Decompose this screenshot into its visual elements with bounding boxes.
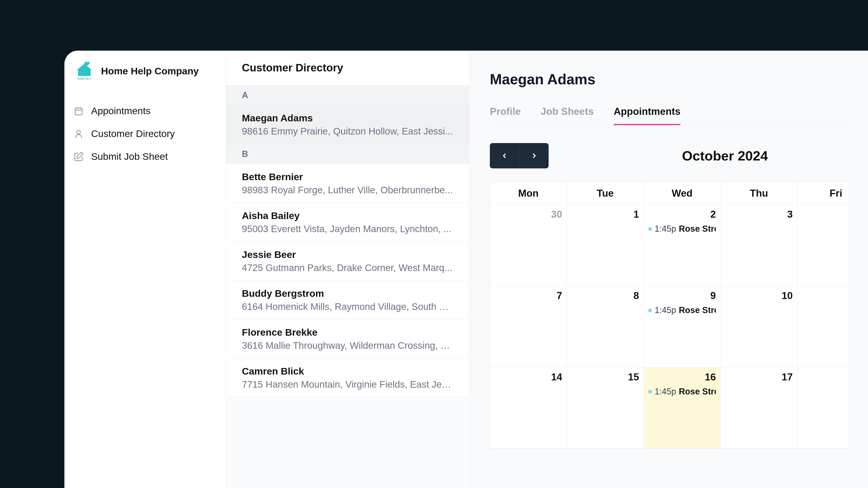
- customer-address: 7715 Hansen Mountain, Virginie Fields, E…: [242, 379, 454, 390]
- event-title: Rose Stro: [679, 387, 716, 396]
- calendar-day-cell[interactable]: 7: [490, 286, 567, 367]
- day-number: 15: [571, 371, 639, 383]
- logo-row: HOME HELP Home Help Company: [73, 60, 217, 82]
- customer-row[interactable]: Maegan Adams98616 Emmy Prairie, Quitzon …: [226, 105, 469, 144]
- day-number: 9: [648, 290, 716, 301]
- day-number: 14: [495, 371, 562, 383]
- calendar-day-cell[interactable]: 1: [567, 205, 644, 286]
- event-title: Rose Stro: [679, 305, 716, 315]
- weekday-label: Tue: [567, 182, 644, 204]
- calendar-header: October 2024: [490, 143, 849, 169]
- weekday-label: Mon: [490, 182, 567, 204]
- weekday-label: Fri: [798, 182, 849, 204]
- svg-point-2: [77, 130, 80, 133]
- company-name: Home Help Company: [101, 65, 199, 77]
- calendar-event[interactable]: 1:45pRose Stro: [648, 224, 716, 234]
- event-dot-icon: [648, 390, 652, 394]
- customer-row[interactable]: Bette Bernier98983 Royal Forge, Luther V…: [226, 164, 469, 203]
- calendar-event[interactable]: 1:45pRose Stro: [648, 305, 716, 315]
- weekday-label: Wed: [644, 182, 721, 204]
- event-time: 1:45p: [655, 305, 676, 315]
- customer-address: 98983 Royal Forge, Luther Ville, Oberbru…: [242, 185, 454, 195]
- tab-jobsheets[interactable]: Job Sheets: [541, 106, 594, 125]
- customer-row[interactable]: Aisha Bailey95003 Everett Vista, Jayden …: [226, 203, 469, 242]
- calendar-day-cell[interactable]: 8: [567, 286, 644, 367]
- calendar-icon: [73, 106, 84, 116]
- detail-panel: Maegan Adams Profile Job Sheets Appointm…: [469, 51, 868, 488]
- tab-appointments[interactable]: Appointments: [614, 106, 681, 125]
- tabs: Profile Job Sheets Appointments: [490, 106, 849, 125]
- chevron-right-icon: [530, 152, 538, 160]
- nav-item-appointments[interactable]: Appointments: [73, 99, 217, 122]
- customer-detail-title: Maegan Adams: [490, 71, 849, 88]
- customer-name: Buddy Bergstrom: [242, 288, 454, 299]
- day-number: 2: [648, 209, 716, 220]
- customer-name: Aisha Bailey: [242, 210, 454, 221]
- customer-row[interactable]: Camren Blick7715 Hansen Mountain, Virgin…: [226, 359, 469, 397]
- svg-text:HOME HELP: HOME HELP: [77, 77, 92, 80]
- customer-row[interactable]: Jessie Beer4725 Gutmann Parks, Drake Cor…: [226, 242, 469, 281]
- calendar-day-cell[interactable]: 15: [567, 367, 644, 449]
- event-time: 1:45p: [655, 224, 676, 234]
- chevron-left-icon: [500, 152, 508, 160]
- customer-address: 98616 Emmy Prairie, Quitzon Hollow, East…: [242, 126, 454, 137]
- nav-label: Appointments: [91, 105, 151, 116]
- day-number: 1: [571, 209, 639, 220]
- svg-rect-1: [75, 108, 82, 115]
- calendar-day-cell[interactable]: 30: [490, 205, 567, 286]
- customer-name: Maegan Adams: [242, 113, 454, 124]
- customer-address: 6164 Homenick Mills, Raymond Village, So…: [242, 301, 454, 312]
- customer-address: 95003 Everett Vista, Jayden Manors, Lync…: [242, 223, 454, 234]
- calendar-day-cell[interactable]: 21:45pRose Stro: [644, 205, 721, 286]
- nav-label: Customer Directory: [91, 128, 175, 139]
- weekday-label: Thu: [721, 182, 798, 204]
- customer-row[interactable]: Buddy Bergstrom6164 Homenick Mills, Raym…: [226, 281, 469, 319]
- day-number: 10: [725, 290, 793, 301]
- calendar-grid: MonTueWedThuFri 30121:45pRose Stro37891:…: [490, 182, 849, 449]
- customer-name: Camren Blick: [242, 366, 454, 377]
- calendar-day-cell[interactable]: 17: [721, 367, 798, 449]
- customer-address: 4725 Gutmann Parks, Drake Corner, West M…: [242, 263, 454, 273]
- user-icon: [73, 129, 84, 139]
- event-dot-icon: [648, 227, 652, 231]
- day-number: 7: [495, 290, 562, 301]
- calendar-day-cell[interactable]: 3: [721, 205, 798, 286]
- calendar-week-row: 30121:45pRose Stro3: [490, 205, 848, 286]
- calendar-event[interactable]: 1:45pRose Stro: [648, 387, 716, 396]
- day-number: 3: [725, 209, 793, 220]
- letter-header: A: [226, 86, 469, 105]
- customer-name: Bette Bernier: [242, 171, 454, 182]
- nav-label: Submit Job Sheet: [91, 151, 168, 162]
- day-number: 16: [648, 371, 716, 383]
- customer-name: Jessie Beer: [242, 249, 454, 260]
- calendar-day-cell[interactable]: 91:45pRose Stro: [644, 286, 721, 367]
- customer-row[interactable]: Florence Brekke3616 Mallie Throughway, W…: [226, 319, 469, 359]
- nav-list: Appointments Customer Directory Submit J…: [73, 99, 217, 168]
- calendar-week-row: 1415161:45pRose Stro17: [490, 367, 848, 449]
- calendar-day-cell[interactable]: [798, 367, 849, 449]
- directory-list: AMaegan Adams98616 Emmy Prairie, Quitzon…: [226, 86, 469, 397]
- calendar-day-cell[interactable]: 14: [490, 367, 567, 449]
- tab-profile[interactable]: Profile: [490, 106, 521, 125]
- customer-name: Florence Brekke: [242, 327, 454, 338]
- calendar-day-cell[interactable]: [798, 286, 849, 367]
- app-frame: HOME HELP Home Help Company Appointments…: [64, 51, 868, 488]
- calendar-nav-buttons: [490, 143, 549, 169]
- event-time: 1:45p: [655, 387, 676, 396]
- event-dot-icon: [648, 308, 652, 312]
- nav-item-submit[interactable]: Submit Job Sheet: [73, 145, 217, 168]
- calendar-week-row: 7891:45pRose Stro10: [490, 286, 848, 367]
- directory-title: Customer Directory: [226, 51, 469, 86]
- month-title: October 2024: [682, 148, 768, 164]
- calendar-day-cell[interactable]: 10: [721, 286, 798, 367]
- day-number: 17: [725, 371, 793, 383]
- day-number: 30: [495, 209, 562, 220]
- weekday-row: MonTueWedThuFri: [490, 182, 848, 205]
- calendar-day-cell[interactable]: [798, 205, 849, 286]
- customer-address: 3616 Mallie Throughway, Wilderman Crossi…: [242, 340, 454, 351]
- prev-month-button[interactable]: [490, 143, 519, 169]
- nav-item-directory[interactable]: Customer Directory: [73, 122, 217, 145]
- calendar-day-cell[interactable]: 161:45pRose Stro: [644, 367, 721, 449]
- directory-panel: Customer Directory AMaegan Adams98616 Em…: [226, 51, 469, 488]
- next-month-button[interactable]: [519, 143, 549, 169]
